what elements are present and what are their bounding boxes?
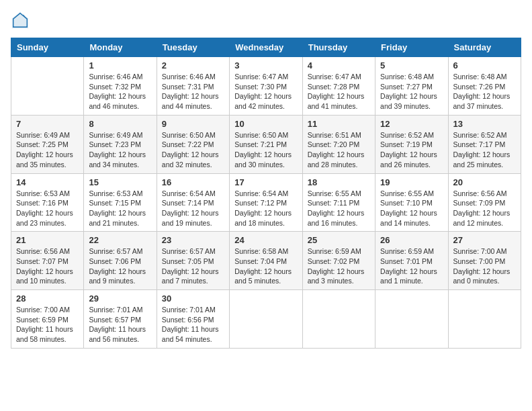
calendar-cell: 6Sunrise: 6:48 AM Sunset: 7:26 PM Daylig… [448,57,521,116]
calendar-cell: 27Sunrise: 7:00 AM Sunset: 7:00 PM Dayli… [448,232,521,290]
day-number: 22 [89,235,151,245]
calendar-cell: 24Sunrise: 6:58 AM Sunset: 7:04 PM Dayli… [230,232,302,290]
calendar-header-wednesday: Wednesday [230,38,302,57]
day-info: Sunrise: 7:01 AM Sunset: 6:57 PM Dayligh… [89,305,151,345]
day-number: 5 [380,60,443,71]
calendar-week-row: 14Sunrise: 6:53 AM Sunset: 7:16 PM Dayli… [11,173,521,232]
day-info: Sunrise: 6:59 AM Sunset: 7:01 PM Dayligh… [380,246,443,286]
calendar-cell: 11Sunrise: 6:51 AM Sunset: 7:20 PM Dayli… [302,115,375,173]
calendar-header-saturday: Saturday [448,38,521,57]
calendar-cell: 1Sunrise: 6:46 AM Sunset: 7:32 PM Daylig… [84,57,157,116]
day-info: Sunrise: 6:50 AM Sunset: 7:22 PM Dayligh… [162,130,224,170]
day-info: Sunrise: 6:56 AM Sunset: 7:09 PM Dayligh… [453,189,516,228]
calendar-cell [11,57,84,116]
day-number: 2 [162,60,224,71]
day-number: 14 [16,177,79,187]
calendar-cell: 9Sunrise: 6:50 AM Sunset: 7:22 PM Daylig… [157,115,229,173]
day-number: 16 [162,177,224,187]
day-info: Sunrise: 6:46 AM Sunset: 7:31 PM Dayligh… [162,72,224,111]
day-number: 4 [308,60,370,71]
calendar-cell: 25Sunrise: 6:59 AM Sunset: 7:02 PM Dayli… [302,232,375,290]
calendar-cell [302,290,375,349]
calendar-week-row: 7Sunrise: 6:49 AM Sunset: 7:25 PM Daylig… [11,115,521,173]
calendar-cell [230,290,302,349]
calendar-cell: 22Sunrise: 6:57 AM Sunset: 7:06 PM Dayli… [84,232,157,290]
calendar-cell: 4Sunrise: 6:47 AM Sunset: 7:28 PM Daylig… [302,57,375,116]
day-number: 8 [89,119,151,129]
calendar-header-friday: Friday [375,38,448,57]
day-number: 15 [89,177,151,187]
calendar-cell: 14Sunrise: 6:53 AM Sunset: 7:16 PM Dayli… [11,173,84,232]
calendar: SundayMondayTuesdayWednesdayThursdayFrid… [11,38,521,349]
day-info: Sunrise: 6:49 AM Sunset: 7:25 PM Dayligh… [16,130,79,170]
day-number: 3 [234,60,297,71]
calendar-cell: 2Sunrise: 6:46 AM Sunset: 7:31 PM Daylig… [157,57,229,116]
calendar-cell [448,290,521,349]
day-number: 27 [453,235,516,245]
day-info: Sunrise: 6:47 AM Sunset: 7:28 PM Dayligh… [308,72,370,111]
day-info: Sunrise: 6:54 AM Sunset: 7:14 PM Dayligh… [162,189,224,228]
day-number: 25 [308,235,370,245]
svg-marker-0 [12,12,28,28]
calendar-header-monday: Monday [84,38,157,57]
day-number: 11 [308,119,370,129]
day-info: Sunrise: 6:59 AM Sunset: 7:02 PM Dayligh… [308,246,370,286]
logo-icon [11,11,30,30]
day-info: Sunrise: 6:55 AM Sunset: 7:10 PM Dayligh… [380,189,443,228]
day-info: Sunrise: 6:52 AM Sunset: 7:19 PM Dayligh… [380,130,443,170]
day-number: 6 [453,60,516,71]
day-info: Sunrise: 6:51 AM Sunset: 7:20 PM Dayligh… [308,130,370,170]
calendar-week-row: 1Sunrise: 6:46 AM Sunset: 7:32 PM Daylig… [11,57,521,116]
calendar-cell: 10Sunrise: 6:50 AM Sunset: 7:21 PM Dayli… [230,115,302,173]
calendar-header-thursday: Thursday [302,38,375,57]
day-number: 24 [234,235,297,245]
calendar-cell: 30Sunrise: 7:01 AM Sunset: 6:56 PM Dayli… [157,290,229,349]
day-info: Sunrise: 7:00 AM Sunset: 7:00 PM Dayligh… [453,246,516,286]
day-number: 18 [308,177,370,187]
day-info: Sunrise: 6:58 AM Sunset: 7:04 PM Dayligh… [234,246,297,286]
day-number: 17 [234,177,297,187]
day-number: 23 [162,235,224,245]
day-number: 26 [380,235,443,245]
day-number: 28 [16,293,79,304]
calendar-cell: 15Sunrise: 6:53 AM Sunset: 7:15 PM Dayli… [84,173,157,232]
day-info: Sunrise: 6:49 AM Sunset: 7:23 PM Dayligh… [89,130,151,170]
day-info: Sunrise: 6:50 AM Sunset: 7:21 PM Dayligh… [234,130,297,170]
calendar-cell: 7Sunrise: 6:49 AM Sunset: 7:25 PM Daylig… [11,115,84,173]
day-info: Sunrise: 6:57 AM Sunset: 7:06 PM Dayligh… [89,246,151,286]
day-info: Sunrise: 6:53 AM Sunset: 7:15 PM Dayligh… [89,189,151,228]
calendar-cell: 17Sunrise: 6:54 AM Sunset: 7:12 PM Dayli… [230,173,302,232]
logo [11,11,32,30]
day-number: 10 [234,119,297,129]
calendar-header-sunday: Sunday [11,38,84,57]
day-number: 29 [89,293,151,304]
calendar-cell: 26Sunrise: 6:59 AM Sunset: 7:01 PM Dayli… [375,232,448,290]
calendar-header-row: SundayMondayTuesdayWednesdayThursdayFrid… [11,38,521,57]
calendar-cell: 18Sunrise: 6:55 AM Sunset: 7:11 PM Dayli… [302,173,375,232]
day-info: Sunrise: 7:01 AM Sunset: 6:56 PM Dayligh… [162,305,224,345]
day-info: Sunrise: 6:47 AM Sunset: 7:30 PM Dayligh… [234,72,297,111]
day-number: 21 [16,235,79,245]
day-number: 20 [453,177,516,187]
calendar-cell: 5Sunrise: 6:48 AM Sunset: 7:27 PM Daylig… [375,57,448,116]
day-info: Sunrise: 7:00 AM Sunset: 6:59 PM Dayligh… [16,305,79,345]
page-header [11,11,521,30]
day-info: Sunrise: 6:57 AM Sunset: 7:05 PM Dayligh… [162,246,224,286]
day-info: Sunrise: 6:52 AM Sunset: 7:17 PM Dayligh… [453,130,516,170]
day-info: Sunrise: 6:53 AM Sunset: 7:16 PM Dayligh… [16,189,79,228]
day-info: Sunrise: 6:48 AM Sunset: 7:27 PM Dayligh… [380,72,443,111]
day-number: 7 [16,119,79,129]
day-number: 12 [380,119,443,129]
day-number: 9 [162,119,224,129]
calendar-header-tuesday: Tuesday [157,38,229,57]
day-number: 30 [162,293,224,304]
calendar-cell: 12Sunrise: 6:52 AM Sunset: 7:19 PM Dayli… [375,115,448,173]
day-info: Sunrise: 6:54 AM Sunset: 7:12 PM Dayligh… [234,189,297,228]
calendar-week-row: 28Sunrise: 7:00 AM Sunset: 6:59 PM Dayli… [11,290,521,349]
day-number: 19 [380,177,443,187]
calendar-week-row: 21Sunrise: 6:56 AM Sunset: 7:07 PM Dayli… [11,232,521,290]
calendar-cell: 19Sunrise: 6:55 AM Sunset: 7:10 PM Dayli… [375,173,448,232]
day-info: Sunrise: 6:55 AM Sunset: 7:11 PM Dayligh… [308,189,370,228]
day-number: 13 [453,119,516,129]
day-info: Sunrise: 6:56 AM Sunset: 7:07 PM Dayligh… [16,246,79,286]
